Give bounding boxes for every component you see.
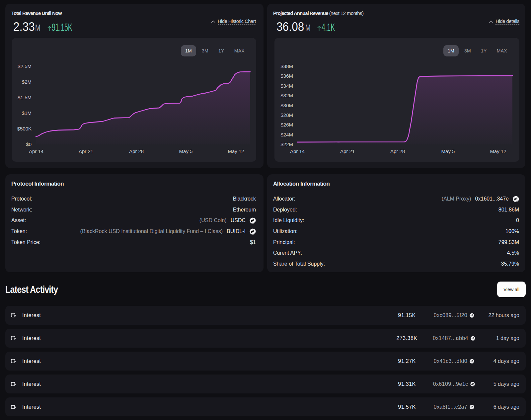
svg-text:Apr 21: Apr 21 <box>340 148 355 154</box>
svg-text:$500K: $500K <box>17 126 32 131</box>
svg-text:$32M: $32M <box>280 93 293 98</box>
svg-text:Apr 28: Apr 28 <box>129 148 144 154</box>
svg-text:$28M: $28M <box>280 112 293 118</box>
svg-text:$24M: $24M <box>280 132 293 137</box>
svg-text:Apr 14: Apr 14 <box>290 148 305 154</box>
svg-text:May 5: May 5 <box>179 148 193 154</box>
svg-text:$36M: $36M <box>280 73 293 79</box>
svg-text:May 12: May 12 <box>228 148 244 154</box>
svg-text:$1M: $1M <box>22 110 32 116</box>
svg-text:$34M: $34M <box>280 83 293 89</box>
svg-text:$26M: $26M <box>280 122 293 127</box>
svg-text:$22M: $22M <box>280 141 293 147</box>
svg-text:$2M: $2M <box>22 79 32 85</box>
svg-text:May 12: May 12 <box>490 148 506 154</box>
svg-text:May 5: May 5 <box>441 148 455 154</box>
svg-text:$2.5M: $2.5M <box>18 63 32 69</box>
svg-text:$38M: $38M <box>280 63 293 69</box>
svg-text:$30M: $30M <box>280 103 293 108</box>
svg-text:Apr 28: Apr 28 <box>390 148 405 154</box>
svg-text:$0: $0 <box>26 141 32 147</box>
svg-text:$1.5M: $1.5M <box>18 95 32 100</box>
svg-text:Apr 21: Apr 21 <box>79 148 93 154</box>
svg-text:Apr 14: Apr 14 <box>29 148 43 154</box>
